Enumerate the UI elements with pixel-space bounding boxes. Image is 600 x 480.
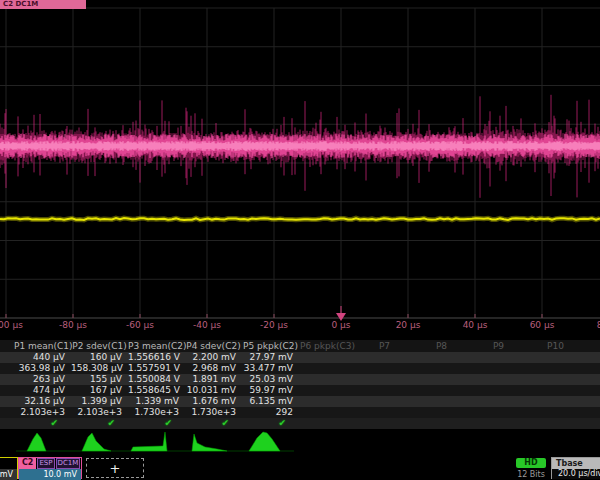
timebase-descriptor[interactable]: Tbase 20.0 µs/div xyxy=(551,457,600,479)
histicon-spike-decay[interactable] xyxy=(192,434,227,451)
axis-tick-label: 40 µs xyxy=(463,320,488,330)
c2-volts-per-div: 10.0 mV xyxy=(19,469,81,480)
param-header[interactable]: P11 xyxy=(584,340,600,352)
histicon-bell-wide[interactable] xyxy=(249,432,280,451)
measure-value: 1.550084 V xyxy=(128,374,185,385)
measure-value: 158.308 µV xyxy=(71,363,128,374)
trigger-position-marker xyxy=(336,306,346,321)
axis-tick-label: 0 µs xyxy=(331,320,350,330)
graticule xyxy=(0,8,600,318)
bit-resolution-label: 12 Bits xyxy=(514,470,548,479)
axis-tick-label: -40 µs xyxy=(193,320,221,330)
param-header[interactable]: P3 mean(C2) xyxy=(128,340,185,352)
measure-value: 1.556616 V xyxy=(128,352,185,363)
param-header[interactable]: P9 xyxy=(470,340,527,352)
c2-esp-badge: ESP xyxy=(37,458,54,469)
measure-value: 1.399 µV xyxy=(71,396,128,407)
param-header[interactable]: P7 xyxy=(356,340,413,352)
axis-tick-label: 20 µs xyxy=(396,320,421,330)
status-bar: C1 DC1M 50.0 mV C2 ESP DC1M 10.0 mV + HD… xyxy=(0,455,600,480)
measure-value: 6.135 mV xyxy=(242,396,299,407)
measure-value: 1.558645 V xyxy=(128,385,185,396)
status-check-icon: ✔ xyxy=(14,418,71,429)
oscilloscope-screen: C2 DC1M -100 µs-80 µs-60 µs-40 µs-20 µs0… xyxy=(0,0,600,480)
measure-value: 160 µV xyxy=(71,352,128,363)
trace-descriptor-badge[interactable]: C2 DC1M xyxy=(0,0,86,9)
measure-value: 1.339 mV xyxy=(128,396,185,407)
param-header[interactable]: P5 pkpk(C2) xyxy=(242,340,299,352)
measure-value: 155 µV xyxy=(71,374,128,385)
measure-value: 1.730e+3 xyxy=(128,407,185,418)
measure-value: 167 µV xyxy=(71,385,128,396)
measure-row: 440 µV160 µV1.556616 V2.200 mV27.97 mV xyxy=(0,352,600,363)
measure-value: 2.200 mV xyxy=(185,352,242,363)
c1-channel-descriptor[interactable]: C1 DC1M 50.0 mV xyxy=(0,457,18,479)
measure-value: 1.891 mV xyxy=(185,374,242,385)
measure-value: 363.98 µV xyxy=(14,363,71,374)
axis-tick-label: -60 µs xyxy=(126,320,154,330)
measure-row: 263 µV155 µV1.550084 V1.891 mV25.03 mV xyxy=(0,374,600,385)
measure-row: 2.103e+32.103e+31.730e+31.730e+3292 xyxy=(0,407,600,418)
measure-value: 440 µV xyxy=(14,352,71,363)
axis-tick-label: -100 µs xyxy=(0,320,23,330)
status-check-icon: ✔ xyxy=(71,418,128,429)
param-header[interactable]: P10 xyxy=(527,340,584,352)
status-check-icon: ✔ xyxy=(185,418,242,429)
histicon-bell-tail[interactable] xyxy=(82,433,111,451)
axis-tick-label: -20 µs xyxy=(260,320,288,330)
c2-channel-descriptor[interactable]: C2 ESP DC1M 10.0 mV xyxy=(18,457,82,479)
measure-value: 2.968 mV xyxy=(185,363,242,374)
measure-table: P1 mean(C1)P2 sdev(C1)P3 mean(C2)P4 sdev… xyxy=(0,340,600,429)
measure-value: 292 xyxy=(242,407,299,418)
measure-value: 1.676 mV xyxy=(185,396,242,407)
measure-row: 363.98 µV158.308 µV1.557591 V2.968 mV33.… xyxy=(0,363,600,374)
c2-coupling-badge: DC1M xyxy=(56,458,81,469)
measure-value: 263 µV xyxy=(14,374,71,385)
measure-row: 32.16 µV1.399 µV1.339 mV1.676 mV6.135 mV xyxy=(0,396,600,407)
measure-value: 1.557591 V xyxy=(128,363,185,374)
measure-value: 32.16 µV xyxy=(14,396,71,407)
param-header[interactable]: P8 xyxy=(413,340,470,352)
status-check-icon: ✔ xyxy=(242,418,299,429)
measure-value: 25.03 mV xyxy=(242,374,299,385)
status-check-icon: ✔ xyxy=(128,418,185,429)
c1-volts-per-div: 50.0 mV xyxy=(0,469,17,480)
histicon-flat-spike[interactable] xyxy=(131,432,167,451)
param-header[interactable]: P6 pkpk(C3) xyxy=(299,340,356,352)
measure-value: 59.97 mV xyxy=(242,385,299,396)
measure-value: 27.97 mV xyxy=(242,352,299,363)
c2-trace xyxy=(0,95,600,198)
hd-mode-badge[interactable]: HD xyxy=(516,458,546,468)
measure-row: 474 µV167 µV1.558645 V10.031 mV59.97 mV xyxy=(0,385,600,396)
measure-value: 33.477 mV xyxy=(242,363,299,374)
tbase-label: Tbase xyxy=(552,458,600,469)
parameter-histicons xyxy=(0,429,600,455)
measure-value: 2.103e+3 xyxy=(14,407,71,418)
axis-tick-label: -80 µs xyxy=(59,320,87,330)
measure-value: 2.103e+3 xyxy=(71,407,128,418)
measure-value: 10.031 mV xyxy=(185,385,242,396)
axis-tick-label: 60 µs xyxy=(530,320,555,330)
measure-value: 1.730e+3 xyxy=(185,407,242,418)
param-header[interactable]: P2 sdev(C1) xyxy=(71,340,128,352)
param-header[interactable]: P1 mean(C1) xyxy=(14,340,71,352)
param-header[interactable]: P4 sdev(C2) xyxy=(185,340,242,352)
axis-tick-label: 80 µs xyxy=(597,320,600,330)
c2-label: C2 xyxy=(19,458,36,469)
tbase-value: 20.0 µs/div xyxy=(552,469,600,479)
histicon-bell[interactable] xyxy=(27,433,46,451)
measure-value: 474 µV xyxy=(14,385,71,396)
add-trace-button[interactable]: + xyxy=(86,458,144,478)
c1-trace xyxy=(0,218,600,220)
